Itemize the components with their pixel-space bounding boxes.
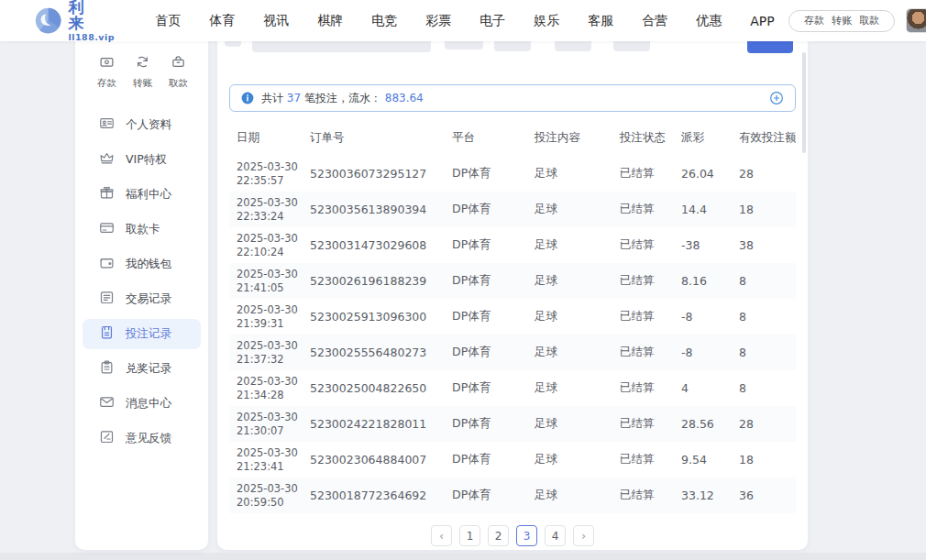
sidebar-item-label: 消息中心 — [126, 396, 171, 412]
cell-platform: DP体育 — [445, 273, 527, 289]
quick-action-transfer[interactable]: 转账 — [133, 54, 152, 90]
sidebar-item-label: 兑奖记录 — [126, 361, 171, 377]
sidebar-item-label: VIP特权 — [126, 152, 167, 168]
cell-order: 5230025556480273 — [303, 346, 445, 359]
filter-submit-button[interactable] — [747, 41, 793, 53]
pagination-page-4[interactable]: 4 — [545, 525, 566, 546]
sidebar-item-transaction-list[interactable]: 交易记录 — [83, 284, 201, 314]
sidebar-item-redeem[interactable]: 兑奖记录 — [83, 354, 201, 384]
nav-item-11[interactable]: 优惠 — [682, 13, 736, 29]
table-row: 2025-03-3021:30:075230024221828011DP体育足球… — [229, 406, 796, 442]
top-header: 利 来 ll188.vip 首页体育视讯棋牌电竞彩票电子娱乐客服合营优惠APP … — [0, 0, 926, 41]
cell-status: 已结算 — [612, 488, 674, 503]
cell-date: 2025-03-3022:33:24 — [229, 196, 303, 224]
sidebar-item-id-card[interactable]: 个人资料 — [83, 110, 201, 140]
pagination-page-2[interactable]: 2 — [488, 525, 509, 546]
cell-status: 已结算 — [612, 452, 674, 467]
site-logo[interactable]: 利 来 ll188.vip — [35, 0, 118, 41]
quick-action-deposit[interactable]: 存款 — [97, 54, 116, 90]
pill-action-2[interactable]: 转账 — [828, 14, 855, 27]
cell-payout: -8 — [674, 346, 732, 359]
cell-status: 已结算 — [612, 416, 674, 432]
cell-payout: 33.12 — [674, 489, 732, 502]
nav-item-8[interactable]: 娱乐 — [520, 13, 574, 29]
sidebar-item-feedback[interactable]: 意见反馈 — [83, 423, 201, 454]
logo-domain: ll188.vip — [68, 33, 117, 42]
cell-valid-amount: 8 — [732, 381, 796, 395]
cell-order: 5230024221828011 — [303, 417, 445, 431]
sidebar-item-label: 投注记录 — [126, 326, 171, 342]
main-scrollbar-thumb[interactable] — [802, 52, 806, 153]
nav-item-4[interactable]: 棋牌 — [303, 13, 358, 29]
quick-action-withdraw[interactable]: 取款 — [169, 54, 188, 90]
pagination-page-1[interactable]: 1 — [459, 525, 480, 546]
filter-select-fragment-4[interactable] — [613, 41, 650, 51]
logo-title: 利 来 — [68, 0, 117, 31]
nav-item-3[interactable]: 视讯 — [249, 13, 303, 29]
sidebar-item-label: 意见反馈 — [126, 431, 171, 446]
cell-order: 5230035613890394 — [303, 203, 445, 216]
sidebar-item-label: 取款卡 — [126, 222, 160, 237]
bet-record-icon — [99, 324, 115, 344]
filter-daterange-fragment[interactable] — [252, 41, 431, 52]
pagination-page-3[interactable]: 3 — [516, 525, 537, 546]
message-icon — [99, 394, 115, 413]
withdraw-icon — [171, 54, 186, 73]
cell-platform: DP体育 — [445, 202, 527, 217]
sidebar-item-gift[interactable]: 福利中心 — [83, 180, 201, 210]
cell-valid-amount: 38 — [732, 238, 796, 252]
cell-status: 已结算 — [612, 345, 674, 360]
sidebar-item-label: 我的钱包 — [126, 257, 171, 272]
cell-order: 5230025913096300 — [303, 310, 445, 324]
sidebar-item-bet-record[interactable]: 投注记录 — [83, 319, 201, 349]
nav-item-7[interactable]: 电子 — [466, 13, 520, 29]
table-row: 2025-03-3021:34:285230025004822650DP体育足球… — [229, 370, 796, 406]
nav-item-9[interactable]: 客服 — [574, 13, 628, 29]
sidebar-item-bank-card[interactable]: 取款卡 — [83, 214, 201, 245]
filter-select-fragment-2[interactable] — [494, 41, 531, 51]
summary-text: 共计 37 笔投注，流水： 883.64 — [261, 91, 424, 106]
nav-item-5[interactable]: 电竞 — [358, 13, 412, 29]
cell-valid-amount: 28 — [732, 417, 796, 431]
nav-item-1[interactable]: 首页 — [141, 13, 195, 29]
pagination-prev[interactable]: ‹ — [431, 525, 452, 546]
cell-content: 足球 — [527, 273, 612, 289]
sidebar-item-wallet[interactable]: 我的钱包 — [83, 249, 201, 280]
cell-payout: 4 — [674, 381, 732, 395]
cell-content: 足球 — [527, 416, 612, 432]
transfer-icon — [135, 54, 150, 73]
sidebar-item-message[interactable]: 消息中心 — [83, 389, 201, 419]
pill-action-3[interactable]: 取款 — [855, 14, 883, 27]
nav-item-2[interactable]: 体育 — [195, 13, 249, 29]
cell-payout: 14.4 — [674, 203, 732, 216]
cell-status: 已结算 — [612, 380, 674, 396]
cell-payout: 26.04 — [674, 167, 732, 181]
cell-platform: DP体育 — [445, 416, 527, 432]
cell-order: 5230031473029608 — [303, 238, 445, 252]
deposit-icon — [99, 54, 115, 73]
id-card-icon — [99, 115, 115, 135]
pill-action-1[interactable]: 存款 — [800, 14, 828, 27]
cell-date: 2025-03-3022:10:24 — [229, 232, 303, 259]
filter-select-fragment-1[interactable] — [445, 41, 483, 49]
bet-count: 37 — [287, 92, 301, 104]
cell-content: 足球 — [527, 166, 612, 181]
gift-icon — [99, 185, 115, 204]
cell-payout: -38 — [674, 238, 732, 252]
cell-status: 已结算 — [612, 166, 674, 181]
plus-circle-icon[interactable] — [769, 91, 784, 105]
table-row: 2025-03-3021:41:055230026196188239DP体育足球… — [229, 263, 796, 299]
nav-item-10[interactable]: 合营 — [628, 13, 682, 29]
sidebar-item-crown[interactable]: VIP特权 — [83, 145, 201, 175]
column-header: 平台 — [445, 130, 527, 146]
cell-content: 足球 — [527, 202, 612, 217]
quick-action-label: 存款 — [97, 77, 116, 90]
pagination-next[interactable]: › — [573, 525, 594, 546]
nav-item-6[interactable]: 彩票 — [412, 13, 466, 29]
filter-select-fragment-3[interactable] — [555, 41, 591, 51]
nav-item-12[interactable]: APP — [736, 14, 788, 28]
cell-platform: DP体育 — [445, 237, 527, 253]
avatar[interactable] — [906, 8, 926, 33]
table-row: 2025-03-3021:23:415230023064884007DP体育足球… — [229, 442, 796, 478]
cell-payout: 28.56 — [674, 417, 732, 431]
